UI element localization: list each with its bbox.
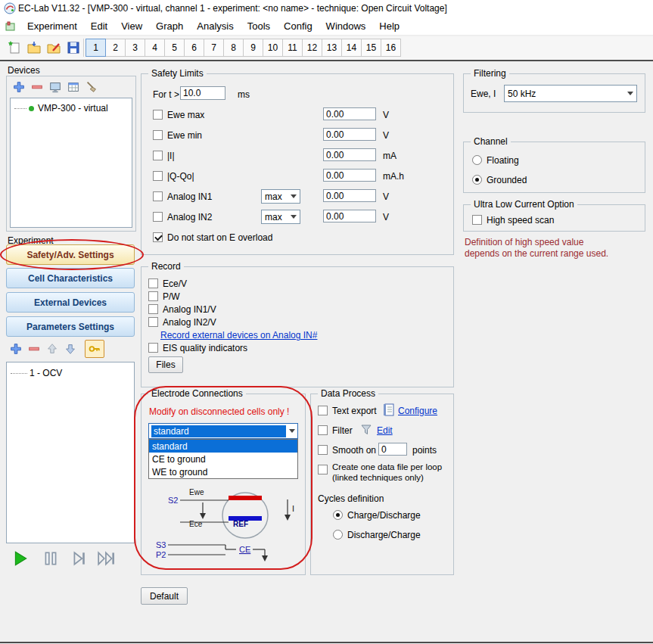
channel-button-1[interactable]: 1 (86, 39, 106, 57)
diagram-s2-label: S2 (168, 496, 178, 505)
channel-button-15[interactable]: 15 (361, 39, 381, 57)
devices-list[interactable]: VMP-300 - virtual (10, 98, 132, 228)
channel-button-4[interactable]: 4 (145, 39, 165, 57)
remove-technique-button[interactable] (26, 341, 42, 357)
menu-help[interactable]: Help (372, 17, 406, 36)
remove-device-button[interactable] (29, 79, 45, 95)
filtering-combo[interactable]: 50 kHz (504, 85, 637, 102)
technique-tree-item[interactable]: 1 - OCV (11, 368, 62, 378)
ewe-min-checkbox[interactable] (153, 130, 163, 140)
menu-experiment[interactable]: Experiment (20, 17, 84, 36)
analog-in2-mode-combo[interactable]: max (261, 210, 300, 224)
menu-config[interactable]: Config (277, 17, 319, 36)
skip-to-end-button[interactable] (95, 548, 118, 569)
app-icon (4, 2, 16, 14)
dropdown-option-we-to-ground[interactable]: WE to ground (149, 465, 297, 478)
smooth-checkbox[interactable] (318, 445, 328, 455)
analog-in1-checkbox[interactable] (153, 191, 163, 201)
tab-external-devices[interactable]: External Devices (6, 292, 135, 313)
configure-link[interactable]: Configure (398, 406, 437, 416)
device-monitor-button[interactable] (47, 79, 64, 95)
current-limit-checkbox[interactable] (153, 151, 163, 160)
menu-edit[interactable]: Edit (84, 17, 114, 36)
tab-safety-adv-settings[interactable]: Safety/Adv. Settings (6, 244, 135, 265)
record-ece-checkbox[interactable] (148, 278, 158, 288)
grounded-radio[interactable] (472, 175, 482, 185)
channel-button-3[interactable]: 3 (125, 39, 145, 57)
menu-tools[interactable]: Tools (241, 17, 277, 36)
menu-view[interactable]: View (114, 17, 149, 36)
channel-button-5[interactable]: 5 (164, 39, 185, 57)
charge-limit-input[interactable] (323, 169, 376, 182)
device-clean-button[interactable] (83, 79, 100, 95)
channel-button-2[interactable]: 2 (105, 39, 126, 57)
menu-graph[interactable]: Graph (149, 17, 190, 36)
tab-parameters-settings[interactable]: Parameters Settings (6, 316, 135, 337)
device-table-button[interactable] (65, 79, 82, 95)
channel-button-12[interactable]: 12 (302, 39, 322, 57)
skip-next-icon (71, 550, 88, 567)
overload-checkbox[interactable] (153, 232, 163, 242)
skip-end-icon (97, 550, 117, 567)
menu-analysis[interactable]: Analysis (190, 17, 240, 36)
save-settings-button[interactable] (64, 38, 83, 58)
analog-in1-input[interactable] (323, 189, 376, 202)
dropdown-option-standard[interactable]: standard (149, 440, 297, 453)
run-button[interactable] (9, 548, 32, 569)
add-device-button[interactable] (11, 79, 27, 95)
channel-button-8[interactable]: 8 (223, 39, 244, 57)
file-per-loop-checkbox[interactable] (318, 465, 328, 474)
move-down-button[interactable] (62, 341, 79, 357)
filter-edit-link[interactable]: Edit (377, 425, 393, 436)
eis-quality-checkbox[interactable] (148, 343, 158, 353)
ewe-min-input[interactable] (323, 128, 376, 141)
files-button[interactable]: Files (148, 356, 183, 373)
device-tree-item[interactable]: VMP-300 - virtual (14, 103, 108, 114)
pause-button[interactable] (39, 548, 62, 569)
diagram-s3-label: S3 (156, 540, 166, 549)
filtering-value: 50 kHz (508, 89, 536, 99)
lock-parameters-button[interactable] (85, 340, 104, 358)
floating-radio[interactable] (472, 155, 482, 165)
record-analog-in2-checkbox[interactable] (148, 317, 158, 327)
analog-in2-checkbox[interactable] (153, 212, 163, 222)
channel-button-14[interactable]: 14 (341, 39, 362, 57)
technique-list[interactable]: 1 - OCV (6, 362, 135, 543)
text-export-checkbox[interactable] (318, 406, 328, 415)
electrode-connection-combo[interactable]: standard (148, 423, 298, 439)
record-external-devices-link[interactable]: Record external devices on Analog IN# (160, 330, 317, 341)
channel-button-16[interactable]: 16 (381, 39, 401, 57)
ewe-max-input[interactable] (323, 107, 376, 120)
record-analog-in1-checkbox[interactable] (148, 304, 158, 314)
add-technique-button[interactable] (8, 341, 24, 357)
channel-button-6[interactable]: 6 (184, 39, 204, 57)
menu-windows[interactable]: Windows (319, 17, 373, 36)
charge-discharge-radio[interactable] (333, 510, 343, 520)
dropdown-option-ce-to-ground[interactable]: CE to ground (149, 453, 297, 465)
tab-cell-characteristics[interactable]: Cell Characteristics (6, 268, 135, 288)
charge-limit-checkbox[interactable] (153, 171, 163, 181)
smooth-points-input[interactable] (378, 443, 407, 456)
grounded-label: Grounded (487, 175, 527, 185)
high-speed-scan-checkbox[interactable] (472, 215, 482, 225)
channel-button-10[interactable]: 10 (263, 39, 283, 57)
default-button[interactable]: Default (141, 587, 188, 605)
next-technique-button[interactable] (68, 548, 91, 569)
channel-button-13[interactable]: 13 (322, 39, 342, 57)
analog-in2-input[interactable] (323, 210, 376, 222)
analog-in1-mode-combo[interactable]: max (261, 189, 300, 204)
modify-settings-button[interactable] (44, 38, 64, 58)
record-power-checkbox[interactable] (148, 291, 158, 301)
for-t-input[interactable] (180, 86, 225, 100)
new-settings-button[interactable] (5, 38, 24, 58)
channel-button-7[interactable]: 7 (204, 39, 224, 57)
ewe-max-checkbox[interactable] (153, 110, 163, 120)
ewe-min-unit: V (383, 130, 389, 141)
channel-button-9[interactable]: 9 (243, 39, 263, 57)
move-up-button[interactable] (44, 341, 61, 357)
filter-checkbox[interactable] (318, 425, 328, 435)
load-settings-button[interactable] (24, 38, 44, 58)
channel-button-11[interactable]: 11 (282, 39, 303, 57)
discharge-charge-radio[interactable] (333, 530, 343, 540)
current-limit-input[interactable] (323, 148, 376, 161)
